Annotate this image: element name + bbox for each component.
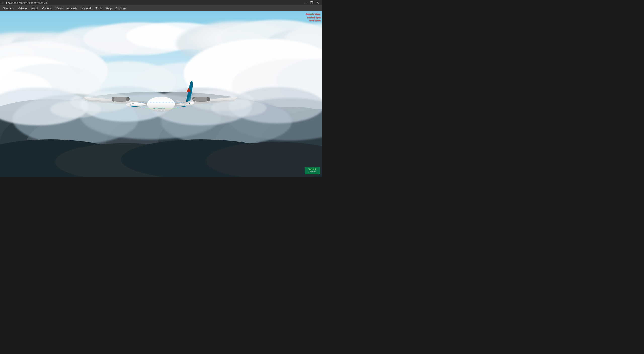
svg-rect-75	[182, 102, 183, 103]
titlebar: ✈ Lockheed Martin® Prepar3D® v3 — ❐ ✕	[0, 0, 322, 6]
svg-rect-71	[172, 102, 173, 103]
svg-rect-61	[141, 102, 142, 103]
minimize-button[interactable]: —	[303, 1, 308, 5]
svg-rect-73	[178, 102, 179, 103]
main-viewport: CHINA SOUTHERN Outside View: Locked Spot…	[0, 11, 322, 177]
svg-rect-69	[166, 102, 167, 103]
svg-point-80	[211, 99, 267, 117]
svg-rect-60	[138, 102, 139, 103]
menubar: ScenarioVehicleWorldOptionsViewsAnalysis…	[0, 6, 322, 11]
svg-point-57	[188, 89, 189, 90]
flight-scene: CHINA SOUTHERN	[0, 11, 322, 177]
close-button[interactable]: ✕	[315, 1, 320, 5]
svg-rect-62	[144, 102, 145, 103]
restore-button[interactable]: ❐	[309, 1, 314, 5]
svg-rect-63	[147, 102, 148, 103]
menu-item-views[interactable]: Views	[54, 6, 65, 11]
svg-rect-65	[153, 102, 154, 103]
menu-item-analysis[interactable]: Analysis	[65, 6, 79, 11]
svg-text:CHINA SOUTHERN: CHINA SOUTHERN	[153, 108, 165, 109]
svg-point-56	[147, 97, 175, 112]
menu-item-addons[interactable]: Add-ons	[114, 6, 128, 11]
menu-item-help[interactable]: Help	[104, 6, 114, 11]
menu-item-scenario[interactable]: Scenario	[1, 6, 16, 11]
svg-rect-70	[169, 102, 170, 103]
titlebar-left: ✈ Lockheed Martin® Prepar3D® v3	[2, 1, 47, 5]
svg-rect-74	[180, 102, 181, 103]
app-icon: ✈	[2, 1, 5, 5]
svg-point-79	[50, 100, 101, 118]
menu-item-world[interactable]: World	[29, 6, 40, 11]
menu-item-network[interactable]: Network	[79, 6, 93, 11]
svg-rect-68	[163, 102, 164, 103]
menu-item-vehicle[interactable]: Vehicle	[16, 6, 29, 11]
menu-item-options[interactable]: Options	[40, 6, 54, 11]
menu-item-tools[interactable]: Tools	[94, 6, 104, 11]
svg-rect-72	[175, 102, 176, 103]
titlebar-controls: — ❐ ✕	[303, 1, 320, 5]
title-text: Lockheed Martin® Prepar3D® v3	[6, 1, 47, 4]
svg-rect-67	[159, 102, 160, 103]
svg-rect-66	[156, 102, 157, 103]
svg-rect-64	[150, 102, 151, 103]
